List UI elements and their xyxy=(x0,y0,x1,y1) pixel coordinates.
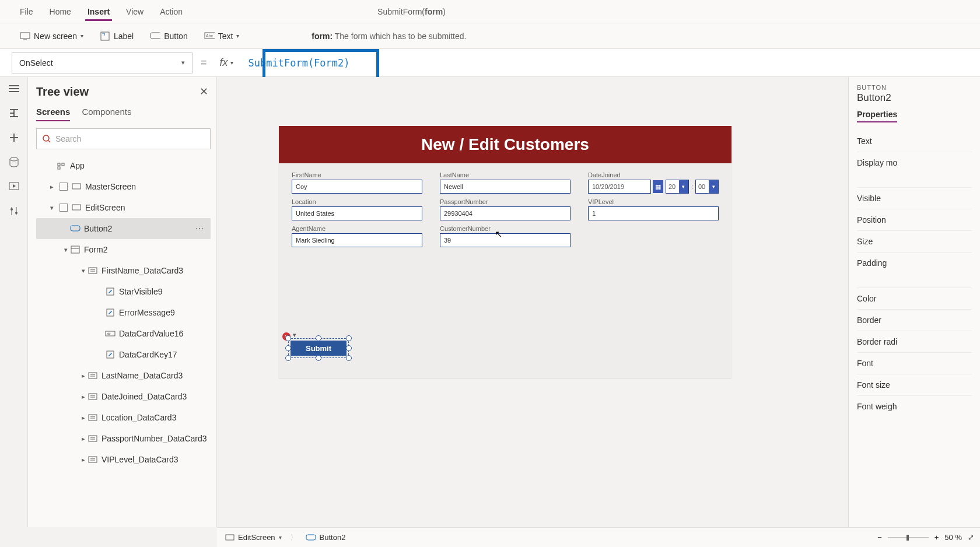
resize-handle[interactable] xyxy=(285,345,291,351)
canvas-area[interactable]: New / Edit Customers FirstName LastName … xyxy=(217,77,848,527)
hamburger-icon[interactable] xyxy=(7,82,21,96)
menu-home[interactable]: Home xyxy=(41,0,79,23)
agent-input[interactable] xyxy=(292,233,422,247)
tab-screens[interactable]: Screens xyxy=(36,107,70,121)
calendar-icon[interactable]: ▦ xyxy=(653,180,663,193)
prop-row-size[interactable]: Size xyxy=(857,230,972,252)
date-input[interactable]: 10/20/2019 xyxy=(588,180,651,194)
prop-row-font-size[interactable]: Font size xyxy=(857,374,972,395)
field-firstname: FirstName xyxy=(292,171,422,194)
resize-handle[interactable] xyxy=(316,335,321,341)
field-vip: VIPLevel xyxy=(588,198,719,220)
tree-item-editscreen[interactable]: ▾EditScreen xyxy=(36,197,211,218)
menu-view[interactable]: View xyxy=(118,0,152,23)
zoom-in-button[interactable]: + xyxy=(935,533,939,542)
prop-row-display-mo[interactable]: Display mo xyxy=(857,152,972,173)
more-icon[interactable]: ⋯ xyxy=(195,224,205,233)
tree-item-datacardvalue16[interactable]: abDataCardValue16 xyxy=(36,323,211,344)
zoom-out-button[interactable]: − xyxy=(877,533,882,542)
menu-file[interactable]: File xyxy=(12,0,41,23)
resize-handle[interactable] xyxy=(316,355,321,361)
field-custno: CustomerNumber xyxy=(440,225,570,247)
lastname-input[interactable] xyxy=(440,180,570,194)
tree-item-button2[interactable]: Button2⋯ xyxy=(36,218,211,239)
expand-toggle[interactable]: ▸ xyxy=(79,393,88,401)
expand-toggle[interactable]: ▸ xyxy=(79,414,88,422)
breadcrumb-screen[interactable]: EditScreen ▾ xyxy=(225,533,282,542)
resize-handle[interactable] xyxy=(346,335,352,341)
prop-row-text[interactable]: Text xyxy=(857,131,972,152)
tab-properties[interactable]: Properties xyxy=(857,110,897,122)
menu-insert[interactable]: Insert xyxy=(79,0,118,23)
insert-icon[interactable] xyxy=(7,131,21,145)
menu-action[interactable]: Action xyxy=(152,0,191,23)
prop-row-border-radi[interactable]: Border radi xyxy=(857,331,972,352)
fit-icon[interactable]: ⤢ xyxy=(968,533,974,542)
prop-name: Button2 xyxy=(857,92,972,104)
tree-item-app[interactable]: App xyxy=(36,155,211,176)
vip-input[interactable] xyxy=(588,206,719,220)
tree-item-starvisible9[interactable]: StarVisible9 xyxy=(36,281,211,302)
prop-row-position[interactable]: Position xyxy=(857,209,972,230)
resize-handle[interactable] xyxy=(346,345,352,351)
expand-toggle[interactable]: ▾ xyxy=(62,246,70,254)
tree-view-icon[interactable] xyxy=(7,106,21,120)
formula-input[interactable] xyxy=(244,52,968,73)
expand-toggle[interactable]: ▸ xyxy=(79,435,88,443)
tree-item-viplevel_datacard3[interactable]: ▸VIPLevel_DataCard3 xyxy=(36,449,211,470)
resize-handle[interactable] xyxy=(285,355,291,361)
ribbon-toolbar: New screen ▾ Label Button Abc Text ▾ for… xyxy=(0,23,980,49)
zoom-slider[interactable] xyxy=(888,537,929,538)
resize-handle[interactable] xyxy=(285,335,291,341)
tree-item-lastname_datacard3[interactable]: ▸LastName_DataCard3 xyxy=(36,365,211,386)
tree-item-errormessage9[interactable]: ErrorMessage9 xyxy=(36,302,211,323)
hour-select[interactable]: 20▾ xyxy=(666,180,689,194)
prop-row-padding[interactable]: Padding xyxy=(857,252,972,274)
new-screen-button[interactable]: New screen ▾ xyxy=(12,23,92,49)
prop-row-font[interactable]: Font xyxy=(857,352,972,374)
resize-handle[interactable] xyxy=(346,355,352,361)
checkbox[interactable] xyxy=(60,204,68,212)
breadcrumb-control[interactable]: Button2 xyxy=(306,533,346,542)
prop-row-font-weigh[interactable]: Font weigh xyxy=(857,395,972,417)
prop-row-color[interactable]: Color xyxy=(857,287,972,309)
tree-item-form2[interactable]: ▾Form2 xyxy=(36,239,211,260)
custno-input[interactable] xyxy=(440,233,570,247)
close-icon[interactable]: ✕ xyxy=(200,85,208,98)
expand-toggle[interactable]: ▾ xyxy=(48,204,56,212)
fx-box[interactable]: fx ▾ xyxy=(215,57,238,69)
media-icon[interactable] xyxy=(7,180,21,194)
expand-toggle[interactable]: ▸ xyxy=(79,456,88,464)
advanced-icon[interactable] xyxy=(7,204,21,218)
tab-components[interactable]: Components xyxy=(82,107,131,121)
expand-toggle[interactable]: ▸ xyxy=(48,183,56,191)
submit-selection[interactable]: ✕ ▾ Submit xyxy=(290,341,346,356)
formula-bar: OnSelect ▾ = fx ▾ xyxy=(0,49,980,77)
tree-item-firstname_datacard3[interactable]: ▾FirstName_DataCard3 xyxy=(36,260,211,281)
button-icon xyxy=(70,225,80,232)
minute-select[interactable]: 00▾ xyxy=(695,180,719,194)
tree-item-location_datacard3[interactable]: ▸Location_DataCard3 xyxy=(36,407,211,428)
button-icon xyxy=(150,31,160,41)
tree-item-datejoined_datacard3[interactable]: ▸DateJoined_DataCard3 xyxy=(36,386,211,407)
text-button[interactable]: Abc Text ▾ xyxy=(196,23,248,49)
label-button[interactable]: Label xyxy=(92,23,142,49)
expand-toggle[interactable]: ▸ xyxy=(79,372,88,380)
tree-search[interactable]: Search xyxy=(36,128,211,149)
property-selector[interactable]: OnSelect ▾ xyxy=(12,52,192,73)
button-button[interactable]: Button xyxy=(142,23,195,49)
location-input[interactable] xyxy=(292,206,422,220)
passport-input[interactable] xyxy=(440,206,570,220)
chevron-down-icon: ▾ xyxy=(236,33,239,39)
expand-toggle[interactable]: ▾ xyxy=(79,267,88,275)
tree-item-datacardkey17[interactable]: DataCardKey17 xyxy=(36,344,211,365)
checkbox[interactable] xyxy=(60,183,68,191)
tree-item-label: DataCardValue16 xyxy=(119,329,183,338)
firstname-input[interactable] xyxy=(292,180,422,194)
prop-row-border[interactable]: Border xyxy=(857,309,972,331)
tree-item-passportnumber_datacard3[interactable]: ▸PassportNumber_DataCard3 xyxy=(36,428,211,449)
data-icon[interactable] xyxy=(7,155,21,169)
prop-row-visible[interactable]: Visible xyxy=(857,187,972,209)
tree-item-masterscreen[interactable]: ▸MasterScreen xyxy=(36,176,211,197)
menu-bar: File Home Insert View Action SubmitForm(… xyxy=(0,0,980,23)
